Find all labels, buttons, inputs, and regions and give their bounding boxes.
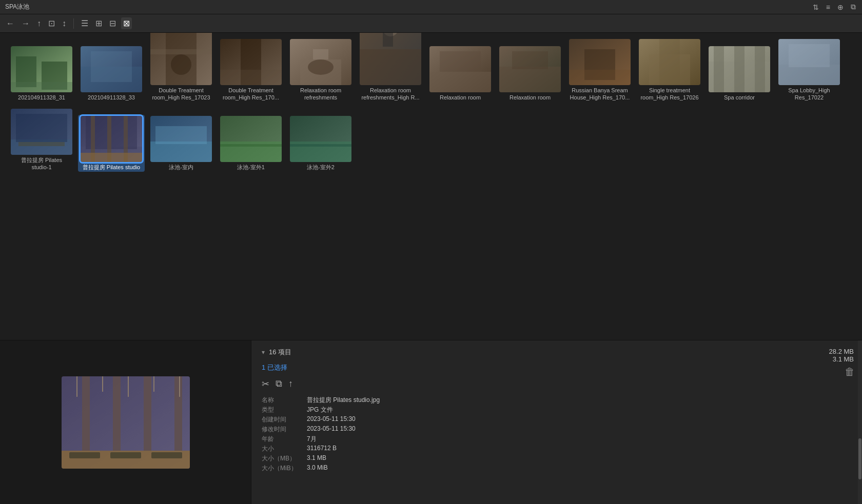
- nav-up-button[interactable]: ↑: [35, 18, 43, 29]
- size-mib-val: 3.0 MiB: [307, 464, 852, 473]
- item-label-8: Relaxation room: [510, 94, 551, 101]
- year-val: 7月: [307, 435, 852, 443]
- item-label-16: 泳池-室外1: [237, 164, 265, 171]
- item-label-2: 202104911328_33: [88, 94, 135, 101]
- grid-item-10[interactable]: Single treatmentroom_High Res_17026: [636, 38, 703, 103]
- svg-rect-39: [755, 46, 765, 92]
- grid-row-2: 普拉提房 Pilatesstudio-1: [8, 108, 854, 172]
- grid-item-13[interactable]: 普拉提房 Pilatesstudio-1: [8, 108, 75, 172]
- collapse-toggle[interactable]: ▾: [262, 349, 265, 356]
- svg-rect-72: [151, 452, 182, 458]
- grid-item-9[interactable]: Russian Banya SreamHouse_High Res_170...: [566, 38, 633, 103]
- add-icon[interactable]: ⊕: [837, 3, 844, 11]
- share-button[interactable]: ↑: [288, 378, 293, 390]
- item-label-10: Single treatmentroom_High Res_17026: [640, 87, 698, 102]
- grid-item-16[interactable]: 泳池-室外1: [218, 115, 284, 172]
- copy-button[interactable]: ⧉: [276, 378, 282, 390]
- trash-button[interactable]: 🗑: [845, 366, 855, 378]
- list-icon[interactable]: ≡: [826, 3, 830, 11]
- item-label-7: Relaxation room: [440, 94, 481, 101]
- created-val: 2023-05-11 15:30: [307, 415, 852, 424]
- item-label-13: 普拉提房 Pilatesstudio-1: [21, 156, 62, 171]
- grid-item-7[interactable]: Relaxation room: [427, 45, 494, 102]
- svg-rect-31: [569, 70, 631, 85]
- svg-rect-6: [91, 51, 132, 82]
- svg-rect-38: [734, 46, 745, 92]
- item-label-6: Relaxation roomrefreshments_High R...: [361, 87, 419, 102]
- grid-item-11[interactable]: Spa corridor: [706, 45, 773, 102]
- svg-rect-42: [789, 44, 830, 67]
- item-label-11: Spa corridor: [724, 94, 755, 101]
- nav-actions-button[interactable]: ⊡: [46, 17, 57, 29]
- item-label-9: Russian Banya SreamHouse_High Res_170...: [570, 87, 630, 102]
- size-mib-key: 大小（MiB）: [262, 464, 303, 473]
- size-val: 3116712 B: [307, 445, 852, 453]
- item-label-1: 202104911328_31: [18, 94, 65, 101]
- svg-rect-19: [360, 49, 421, 85]
- titlebar-controls: ⇅ ≡ ⊕ ⧉: [813, 3, 856, 11]
- window-icon[interactable]: ⧉: [851, 3, 856, 11]
- nav-back-button[interactable]: ←: [4, 18, 16, 29]
- nav-forward-button[interactable]: →: [19, 18, 32, 29]
- svg-rect-53: [81, 153, 142, 162]
- items-count: 16 项目: [269, 348, 291, 357]
- grid-item-1[interactable]: 202104911328_31: [8, 45, 75, 102]
- svg-rect-45: [16, 114, 67, 142]
- svg-rect-9: [150, 49, 212, 54]
- svg-rect-34: [659, 39, 680, 85]
- view-large-button[interactable]: ⊠: [121, 17, 132, 29]
- info-panel: ▾ 16 项目 1 已选择 ✂ ⧉ ↑ 名称 普拉提房 Pilates stud…: [251, 340, 862, 504]
- name-val: 普拉提房 Pilates studio.jpg: [307, 396, 852, 405]
- grid-item-4[interactable]: Double Treatmentroom_High Res_170...: [218, 38, 284, 103]
- sort-icon[interactable]: ⇅: [813, 3, 819, 11]
- grid-item-3[interactable]: Double Treatmentroom_High Res_17023: [148, 33, 214, 103]
- modified-val: 2023-05-11 15:30: [307, 425, 852, 434]
- svg-rect-17: [313, 49, 328, 59]
- item-label-15: 泳池-室内: [169, 164, 193, 171]
- grid-area: 202104911328_31 202104911328_33: [0, 33, 862, 340]
- size-key: 大小: [262, 445, 303, 453]
- svg-rect-13: [220, 70, 282, 85]
- info-table: 名称 普拉提房 Pilates studio.jpg 类型 JPG 文件 创建时…: [262, 396, 852, 473]
- toolbar: ← → ↑ ⊡ ↕ ☰ ⊞ ⊟ ⊠: [0, 14, 862, 33]
- grid-row-1: 202104911328_31 202104911328_33: [8, 38, 854, 103]
- svg-rect-22: [383, 33, 393, 47]
- scrollbar[interactable]: [858, 340, 862, 504]
- year-key: 年龄: [262, 435, 303, 443]
- grid-item-12[interactable]: Spa Lobby_High Res_17022: [776, 38, 843, 103]
- svg-rect-46: [18, 142, 65, 146]
- cut-button[interactable]: ✂: [262, 378, 269, 390]
- grid-item-15[interactable]: 泳池-室内: [148, 115, 214, 172]
- svg-point-10: [171, 54, 191, 75]
- grid-item-17[interactable]: 泳池-室外2: [287, 115, 354, 172]
- view-list-button[interactable]: ☰: [79, 17, 90, 29]
- svg-rect-69: [62, 376, 190, 451]
- grid-item-6[interactable]: Relaxation roomrefreshments_High R...: [357, 33, 424, 103]
- preview-area: [0, 340, 251, 504]
- svg-rect-3: [11, 82, 72, 92]
- view-grid2-button[interactable]: ⊞: [93, 17, 104, 29]
- grid-item-5[interactable]: Relaxation roomrefreshments: [287, 38, 354, 103]
- svg-rect-27: [499, 67, 561, 92]
- grid-item-2[interactable]: 202104911328_33: [78, 45, 145, 102]
- svg-point-16: [308, 59, 334, 75]
- storage-bar: 28.2 MB 3.1 MB: [829, 348, 854, 363]
- modified-key: 修改时间: [262, 425, 303, 434]
- svg-rect-25: [440, 51, 481, 72]
- sort-button[interactable]: ↕: [60, 18, 68, 29]
- items-count-bar: ▾ 16 项目: [262, 348, 852, 357]
- item-label-4: Double Treatmentroom_High Res_170...: [223, 87, 279, 102]
- view-grid3-button[interactable]: ⊟: [107, 17, 118, 29]
- svg-rect-28: [512, 51, 548, 69]
- item-label-3: Double Treatmentroom_High Res_17023: [152, 87, 210, 102]
- main: 202104911328_31 202104911328_33: [0, 33, 862, 504]
- svg-rect-24: [429, 72, 491, 92]
- scrollbar-thumb[interactable]: [858, 438, 861, 479]
- svg-rect-37: [714, 46, 724, 92]
- grid-item-14[interactable]: 普拉提房 Pilates studio: [78, 115, 145, 172]
- item-label-12: Spa Lobby_High Res_17022: [778, 87, 840, 102]
- svg-rect-41: [778, 65, 840, 85]
- grid-item-8[interactable]: Relaxation room: [497, 45, 563, 102]
- size-mb-key: 大小（MB）: [262, 454, 303, 463]
- title: SPA泳池: [5, 3, 29, 11]
